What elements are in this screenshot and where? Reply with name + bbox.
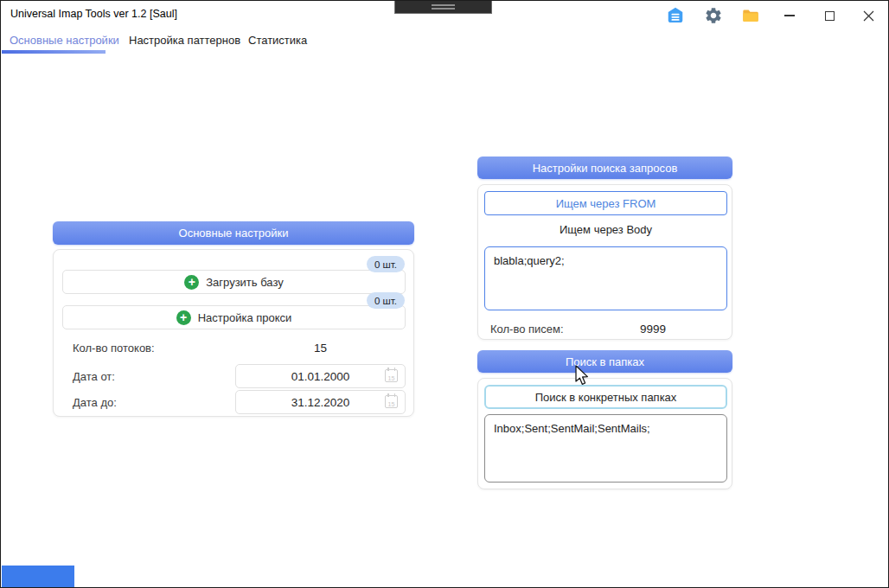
date-to-value: 31.12.2020 (291, 396, 350, 409)
tab-statistics[interactable]: Статистика (248, 34, 307, 47)
proxy-count-badge: 0 шт. (367, 292, 405, 309)
search-settings-card: Ищем через FROM Ищем через Body blabla;q… (477, 184, 732, 340)
calendar-icon[interactable]: 15 (385, 369, 398, 382)
folders-textarea[interactable]: Inbox;Sent;SentMail;SentMails; (484, 414, 727, 483)
db-count-badge: 0 шт. (367, 256, 405, 272)
proxy-settings-button[interactable]: + Настройка прокси (62, 305, 406, 329)
close-button[interactable] (854, 1, 883, 30)
gear-icon[interactable] (704, 6, 723, 25)
calendar-day: 15 (388, 401, 395, 407)
letters-count-value: 9999 (610, 323, 696, 336)
date-to-label: Дата до: (73, 396, 117, 409)
handle-line (432, 8, 455, 10)
collapsed-toolbar-handle[interactable] (394, 1, 492, 14)
mail-icon[interactable] (666, 6, 685, 25)
tab-main-settings[interactable]: Основные настройки (10, 34, 119, 47)
maximize-button[interactable] (815, 1, 844, 30)
threads-value: 15 (235, 342, 406, 355)
calendar-icon[interactable]: 15 (385, 395, 398, 408)
plus-icon: + (184, 275, 199, 290)
minimize-button[interactable] (775, 1, 804, 30)
close-icon (863, 10, 874, 22)
date-from-field[interactable]: 01.01.2000 15 (235, 364, 406, 388)
letters-count-label: Кол-во писем: (490, 323, 564, 336)
specific-folders-button[interactable]: Поиск в конкретных папках (484, 385, 727, 409)
search-settings-header[interactable]: Настройки поиска запросов (477, 157, 732, 179)
threads-label: Кол-во потоков: (73, 342, 155, 355)
query-textarea[interactable]: blabla;query2; (484, 246, 727, 310)
mouse-cursor (574, 365, 590, 387)
date-from-value: 01.01.2000 (291, 370, 350, 383)
window-title: Universal Imap Tools ver 1.2 [Saul] (10, 8, 177, 20)
date-to-field[interactable]: 31.12.2020 15 (235, 390, 406, 414)
load-database-button[interactable]: + Загрузить базу (62, 270, 406, 294)
proxy-settings-label: Настройка прокси (198, 311, 292, 324)
maximize-icon (825, 11, 835, 21)
active-tab-underline (2, 50, 106, 54)
search-body-button[interactable]: Ищем через Body (484, 217, 727, 241)
minimize-icon (784, 15, 795, 16)
search-from-button[interactable]: Ищем через FROM (484, 191, 727, 215)
folder-search-header[interactable]: Поиск в папках (477, 350, 732, 373)
main-settings-card: 0 шт. + Загрузить базу 0 шт. + Настройка… (53, 249, 414, 417)
bottom-left-accent (2, 566, 74, 588)
calendar-day: 15 (388, 375, 395, 381)
folder-search-card: Поиск в конкретных папках Inbox;Sent;Sen… (477, 378, 732, 489)
main-settings-header[interactable]: Основные настройки (53, 221, 414, 245)
app-window: Universal Imap Tools ver 1.2 [Saul] Осно… (0, 0, 889, 588)
plus-icon: + (176, 310, 191, 325)
folder-icon[interactable] (741, 6, 760, 25)
date-from-label: Дата от: (73, 370, 115, 383)
handle-line (432, 4, 455, 6)
load-database-label: Загрузить базу (206, 276, 284, 289)
tab-pattern-settings[interactable]: Настройка паттернов (129, 34, 240, 47)
